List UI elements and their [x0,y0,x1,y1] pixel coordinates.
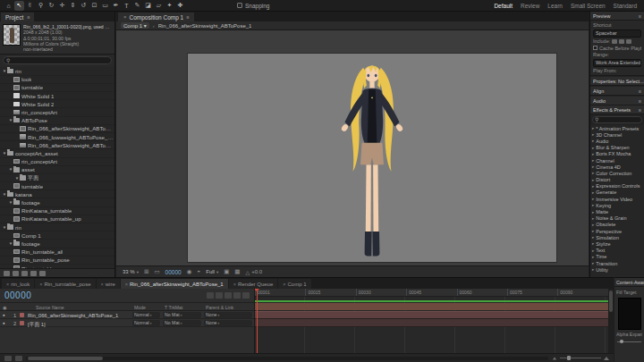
comp-timecode[interactable]: 00000 [165,269,182,275]
color-depth-icon[interactable] [30,271,37,276]
audio-panel-header[interactable]: Audio ≡ [590,97,644,105]
parent-link-column[interactable]: Parent & Link [206,305,233,310]
snapping-checkbox[interactable] [237,3,242,8]
current-time-display[interactable]: 00000 [4,290,31,300]
layer-visibility-icon[interactable] [3,313,5,317]
pen-tool-icon[interactable]: ✒ [111,1,121,11]
new-composition-icon[interactable] [21,271,28,276]
effects-category-item[interactable]: Stylize [590,240,644,247]
include-audio-icon[interactable] [619,39,624,44]
effects-category-item[interactable]: Cinema 4D [590,164,644,170]
new-folder-icon[interactable] [13,271,19,276]
project-tree-item[interactable]: look [0,76,114,84]
properties-panel-header[interactable]: Properties: No Select... ≡ [590,77,644,86]
scrollbar-thumb[interactable] [609,290,613,312]
workspace-tab[interactable]: Review [521,3,539,9]
show-channel-icon[interactable]: ◓ [197,269,200,275]
cache-before-playback-checkbox[interactable] [593,46,597,50]
clone-stamp-tool-icon[interactable]: ◪ [143,1,153,11]
effects-category-item[interactable]: Noise & Grain [590,215,644,222]
delete-item-icon[interactable] [39,271,46,276]
effects-category-item[interactable]: Matte [590,208,644,215]
effects-category-item[interactable]: Blur & Sharpen [590,145,644,151]
include-video-icon[interactable] [612,39,617,44]
project-tree-item[interactable]: conceptArt_asset [0,149,114,157]
project-tree-item[interactable]: Rin_turntable_all [0,248,114,257]
effects-category-item[interactable]: * Animation Presets [590,125,644,131]
graph-editor-icon[interactable] [242,292,250,299]
composition-panel-tab[interactable]: × Composition Comp 1 ≡ [118,13,194,21]
effects-category-item[interactable]: Text [590,248,644,254]
workspace-tab[interactable]: Standard [614,3,637,9]
project-tree-item[interactable]: turntable [0,84,114,92]
Rin_066_afterSkinweight_ABToPose_1[interactable]: 1 Rin_066_afterSkinweight_ABToPose_1 Nor… [0,311,254,319]
pan-behind-tool-icon[interactable]: ⊡ [89,1,99,11]
timeline-tab[interactable]: Rin_turntable_pose [35,279,95,289]
zoom-slider-thumb[interactable] [567,356,571,360]
include-overlays-icon[interactable] [626,39,631,44]
project-tree-item[interactable]: Comp 1 [0,232,114,240]
expand-transform-icon[interactable] [15,356,22,361]
work-area-bar[interactable] [255,303,608,310]
layer-mode-dropdown[interactable]: Normal [132,320,160,326]
effects-category-item[interactable]: Immersive Video [590,196,644,202]
pan-camera-tool-icon[interactable]: ✛ [57,1,67,11]
effects-category-item[interactable]: Time [590,254,644,260]
layer-trkmat-dropdown[interactable]: No Mat [163,320,201,326]
effects-search[interactable]: ⚲ [592,116,642,123]
project-tree-item[interactable]: rin_conceptArt [0,108,114,116]
project-tree-item[interactable]: footage [0,240,114,248]
close-icon[interactable]: × [123,14,127,20]
selection-tool-icon[interactable]: ↖ [14,1,24,11]
hand-tool-icon[interactable]: ✌ [25,1,35,11]
current-time-indicator[interactable] [257,289,258,353]
magnification-dropdown[interactable]: 33 %▾ [123,269,139,274]
panel-menu-icon[interactable]: ≡ [27,14,30,20]
panel-menu-icon[interactable]: ≡ [639,107,641,113]
layer-mode-dropdown[interactable]: Normal [132,312,160,318]
layer-duration-bar[interactable] [255,319,608,327]
effects-category-item[interactable]: Audio [590,138,644,144]
workspace-tab[interactable]: Default [494,3,513,9]
panel-menu-icon[interactable]: ≡ [639,98,641,104]
zoom-out-icon[interactable] [553,357,556,359]
layer-source-name[interactable]: [平面 1] [28,321,130,329]
shortcut-dropdown[interactable]: Spacebar [593,29,641,38]
timeline-tab[interactable]: rin_look [2,279,34,289]
content-aware-fill-header[interactable]: Content-Aware Fill [614,278,644,287]
timeline-zoom-control[interactable] [552,357,609,360]
trkmat-column[interactable]: T TrkMat [165,305,182,310]
effects-presets-header[interactable]: Effects & Presets ≡ [590,105,644,114]
layer-trkmat-dropdown[interactable]: No Mat [163,312,201,318]
align-panel-header[interactable]: Align ≡ [590,87,644,96]
panel-menu-icon[interactable]: ≡ [639,13,641,19]
effects-category-item[interactable]: Keying [590,202,644,208]
project-tree-item[interactable]: RinKatana_turntable [0,207,114,215]
zoom-tool-icon[interactable]: ⚲ [36,1,46,11]
timeline-horizontal-scrollbar[interactable] [26,357,548,360]
layer-label-color[interactable] [20,313,24,317]
layer-label-color[interactable] [20,321,24,325]
timeline-vertical-scrollbar[interactable] [608,289,614,353]
project-search[interactable]: ⚲ [3,56,112,64]
project-tree-item[interactable]: White Solid 2 [0,100,114,108]
effects-category-item[interactable]: Distort [590,177,644,183]
[平面 1][interactable]: 2 [平面 1] Normal No Mat None [0,319,254,327]
effects-category-item[interactable]: 3D Channel [590,131,644,138]
timeline-tab[interactable]: Rin_066_afterSkinweight_ABToPose_1 [121,279,228,289]
project-tree-item[interactable]: Rin_066_lowweight_ABToPose_1_[0001-0021]… [0,133,114,141]
breadcrumb-layer[interactable]: Rin_066_afterSkinweight_ABToPose_1 [158,23,252,29]
draft-3d-icon[interactable] [216,292,223,299]
zoom-in-icon[interactable] [604,357,609,360]
resolution-dropdown[interactable]: Full▾ [206,269,218,274]
project-tree-item[interactable]: Rin_066_afterSkinweight_ABToPose_1 [0,125,114,133]
scrollbar-thumb[interactable] [28,357,103,360]
time-ruler[interactable]: 00001000150003000045000600007500090 [255,289,608,297]
effects-category-item[interactable]: Color Correction [590,170,644,176]
range-dropdown[interactable]: Work Area Extended... [593,59,641,67]
breadcrumb-comp[interactable]: Comp 1 ▾ [121,22,149,29]
orbit-camera-tool-icon[interactable]: ↻ [47,1,56,11]
effects-category-item[interactable]: Simulation [590,234,644,240]
project-tree-item[interactable]: Rin_066_afterSkinweight_ABToPose_[0001-0… [0,141,114,149]
layer-parent-dropdown[interactable]: None [204,312,252,318]
